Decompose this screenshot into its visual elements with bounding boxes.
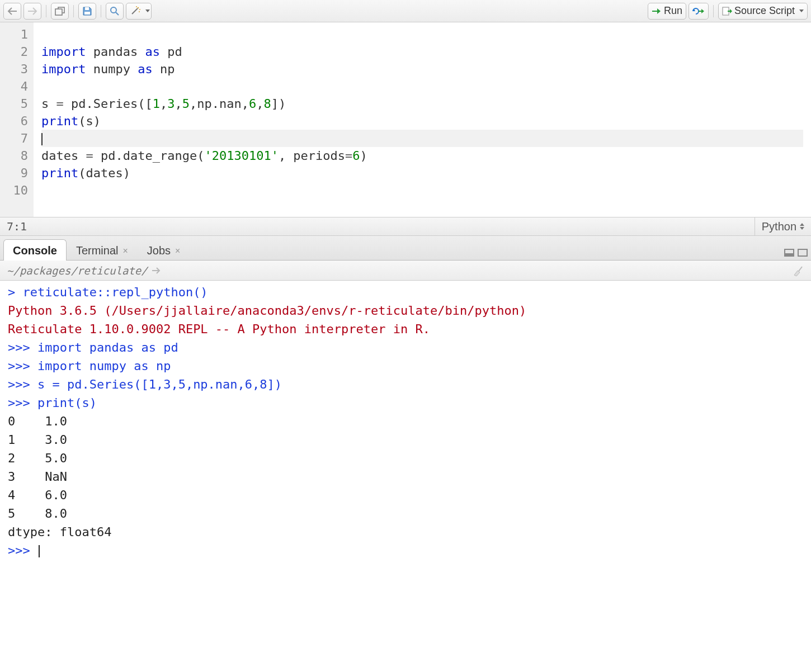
minimize-pane-icon[interactable] [784, 249, 794, 257]
console-line: 3 NaN [8, 467, 803, 486]
find-button[interactable] [106, 3, 124, 20]
chevron-down-icon [145, 10, 150, 12]
svg-point-6 [138, 7, 139, 8]
chevron-down-icon [799, 10, 804, 12]
tab-label: Console [13, 244, 57, 257]
console-line: 5 8.0 [8, 504, 803, 523]
rerun-button[interactable] [689, 3, 709, 20]
code-line[interactable] [41, 78, 803, 95]
svg-point-9 [139, 11, 140, 12]
run-button[interactable]: Run [648, 3, 686, 20]
svg-point-3 [111, 7, 116, 13]
line-number: 4 [8, 78, 28, 95]
line-number: 5 [8, 95, 28, 112]
svg-point-8 [136, 6, 137, 7]
svg-rect-1 [85, 7, 89, 10]
line-number: 6 [8, 112, 28, 130]
line-number: 7 [8, 130, 28, 147]
arrow-left-icon [7, 7, 17, 15]
code-line[interactable]: print(dates) [41, 164, 803, 182]
console-line: 2 5.0 [8, 449, 803, 467]
popout-icon [55, 7, 65, 16]
save-button[interactable] [78, 3, 96, 20]
svg-rect-2 [84, 12, 90, 15]
console-line: >>> import numpy as np [8, 357, 803, 375]
console-line: Python 3.6.5 (/Users/jjallaire/anaconda3… [8, 301, 803, 320]
updown-icon [800, 223, 804, 230]
code-line[interactable] [41, 182, 803, 199]
nav-forward-button[interactable] [23, 3, 41, 20]
code-line[interactable] [41, 26, 803, 43]
console-line: > reticulate::repl_python() [8, 283, 803, 301]
nav-back-button[interactable] [3, 3, 21, 20]
working-directory: ~/packages/reticulate/ [7, 264, 148, 277]
text-cursor [39, 545, 40, 557]
maximize-pane-icon[interactable] [798, 249, 808, 257]
clear-console-icon[interactable] [792, 265, 804, 276]
source-icon [722, 7, 732, 16]
code-line[interactable]: dates = pd.date_range('20130101', period… [41, 147, 803, 164]
code-line[interactable]: import pandas as pd [41, 43, 803, 60]
line-number: 3 [8, 60, 28, 78]
svg-line-14 [799, 267, 802, 271]
goto-dir-icon[interactable] [151, 267, 162, 275]
magic-wand-icon [130, 6, 141, 16]
line-number-gutter: 12345678910 [0, 22, 34, 217]
save-icon [82, 6, 92, 16]
line-number: 9 [8, 164, 28, 182]
svg-rect-0 [55, 9, 62, 15]
console-path-bar: ~/packages/reticulate/ [0, 261, 811, 281]
code-line[interactable]: import numpy as np [41, 60, 803, 78]
code-editor[interactable]: 12345678910 import pandas as pdimport nu… [0, 22, 811, 217]
code-area[interactable]: import pandas as pdimport numpy as np s … [34, 22, 811, 217]
cursor-position: 7:1 [7, 220, 27, 233]
svg-line-4 [116, 12, 119, 15]
line-number: 2 [8, 43, 28, 60]
source-label: Source Script [734, 5, 795, 17]
tab-terminal[interactable]: Terminal× [67, 239, 138, 261]
code-line[interactable] [41, 130, 803, 147]
close-icon[interactable]: × [122, 246, 128, 256]
svg-point-7 [139, 9, 140, 10]
text-cursor [41, 133, 43, 145]
tab-jobs[interactable]: Jobs× [138, 239, 190, 261]
editor-statusbar: 7:1 Python [0, 217, 811, 236]
console-line: 4 6.0 [8, 486, 803, 504]
rerun-icon [692, 7, 705, 15]
toolbar-separator [101, 5, 101, 17]
arrow-right-icon [27, 7, 37, 15]
toolbar-separator [713, 5, 714, 17]
code-line[interactable]: print(s) [41, 112, 803, 130]
console-line: 0 1.0 [8, 412, 803, 430]
line-number: 8 [8, 147, 28, 164]
editor-toolbar: Run Source Script [0, 0, 811, 22]
close-icon[interactable]: × [175, 246, 180, 256]
console-output[interactable]: > reticulate::repl_python()Python 3.6.5 … [0, 281, 811, 562]
toolbar-separator [73, 5, 74, 17]
console-line: dtype: float64 [8, 523, 803, 541]
console-line: >>> s = pd.Series([1,3,5,np.nan,6,8]) [8, 375, 803, 394]
tab-label: Jobs [147, 244, 171, 257]
wand-button[interactable] [126, 3, 152, 20]
run-label: Run [664, 5, 682, 17]
popout-button[interactable] [51, 3, 69, 20]
run-arrow-icon [652, 7, 662, 15]
search-icon [110, 6, 120, 16]
tab-console[interactable]: Console [3, 239, 67, 261]
tab-label: Terminal [76, 244, 119, 257]
console-line: >>> [8, 541, 803, 560]
language-picker[interactable]: Python [755, 217, 804, 235]
line-number: 10 [8, 182, 28, 199]
toolbar-separator [46, 5, 46, 17]
console-line: Reticulate 1.10.0.9002 REPL -- A Python … [8, 320, 803, 338]
console-line: 1 3.0 [8, 430, 803, 449]
language-label: Python [762, 220, 796, 233]
line-number: 1 [8, 26, 28, 43]
code-line[interactable]: s = pd.Series([1,3,5,np.nan,6,8]) [41, 95, 803, 112]
console-line: >>> import pandas as pd [8, 338, 803, 357]
source-script-button[interactable]: Source Script [718, 3, 808, 20]
svg-line-5 [132, 8, 138, 14]
panel-tabs: ConsoleTerminal×Jobs× [0, 236, 811, 261]
console-line: >>> print(s) [8, 394, 803, 412]
